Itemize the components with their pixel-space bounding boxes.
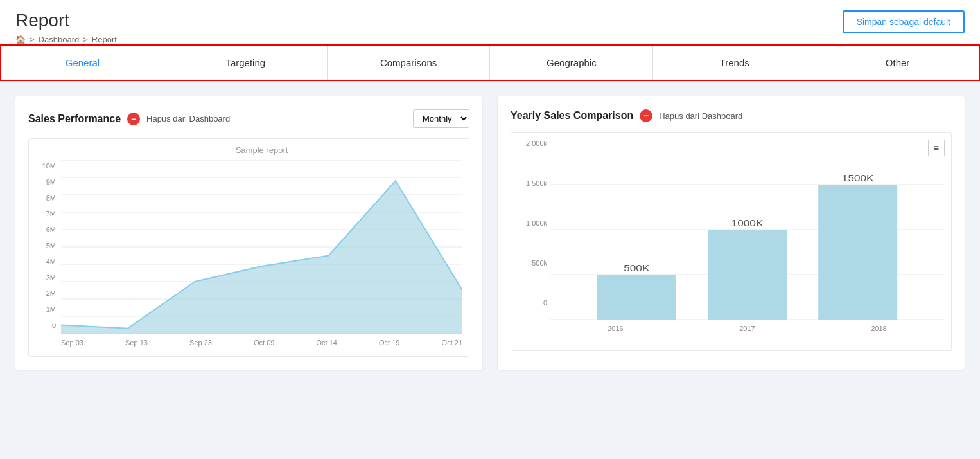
home-icon: 🏠 bbox=[15, 35, 26, 44]
breadcrumb-sep2: > bbox=[83, 35, 88, 44]
svg-text:1500K: 1500K bbox=[842, 174, 874, 183]
y-axis-labels: 10M 9M 8M 7M 6M 5M 4M 3M 2M 1M 0 bbox=[31, 162, 56, 329]
breadcrumb-sep1: > bbox=[30, 35, 35, 44]
yearly-card-header: Yearly Sales Comparison − Hapus dari Das… bbox=[511, 109, 952, 122]
breadcrumb: 🏠 > Dashboard > Report bbox=[15, 35, 117, 44]
bar-x-axis: 2016 2017 2018 bbox=[550, 322, 945, 332]
tab-geographic[interactable]: Geographic bbox=[490, 46, 653, 80]
tab-comparisons[interactable]: Comparisons bbox=[328, 46, 491, 80]
chart-subtitle: Sample report bbox=[61, 145, 462, 155]
yearly-remove-label: Hapus dari Dashboard bbox=[659, 111, 742, 121]
area-chart-svg bbox=[61, 160, 462, 334]
sales-performance-card: Sales Performance − Hapus dari Dashboard… bbox=[15, 96, 482, 370]
monthly-select[interactable]: Monthly Weekly Daily bbox=[413, 109, 469, 128]
main-content: Sales Performance − Hapus dari Dashboard… bbox=[0, 81, 980, 385]
x-axis-labels: Sep 03 Sep 13 Sep 23 Oct 09 Oct 14 Oct 1… bbox=[61, 336, 462, 346]
hamburger-button[interactable]: ≡ bbox=[928, 140, 945, 156]
area-chart-container: Sample report 10M 9M 8M 7M 6M 5M 4M 3M 2… bbox=[28, 138, 469, 357]
svg-marker-11 bbox=[61, 181, 462, 334]
sales-card-header: Sales Performance − Hapus dari Dashboard… bbox=[28, 109, 469, 128]
page-header: Report 🏠 > Dashboard > Report Simpan seb… bbox=[0, 0, 980, 44]
sales-remove-icon[interactable]: − bbox=[127, 113, 140, 125]
svg-text:500K: 500K bbox=[624, 264, 650, 273]
svg-rect-19 bbox=[708, 230, 787, 320]
save-default-button[interactable]: Simpan sebagai default bbox=[843, 10, 965, 33]
tab-targeting[interactable]: Targeting bbox=[164, 46, 328, 80]
tab-general[interactable]: General bbox=[1, 46, 164, 80]
svg-rect-17 bbox=[597, 274, 676, 320]
bar-y-axis: 2 000k 1 500k 1 000k 500k 0 bbox=[514, 140, 547, 307]
yearly-comparison-card: Yearly Sales Comparison − Hapus dari Das… bbox=[498, 96, 965, 370]
sales-title: Sales Performance bbox=[28, 113, 121, 125]
breadcrumb-report: Report bbox=[92, 35, 117, 44]
bar-chart-svg: 500K 1000K 1500K bbox=[550, 140, 945, 320]
svg-text:1000K: 1000K bbox=[731, 219, 764, 228]
yearly-title: Yearly Sales Comparison bbox=[511, 110, 633, 122]
yearly-remove-icon[interactable]: − bbox=[640, 109, 652, 122]
breadcrumb-dashboard: Dashboard bbox=[39, 35, 80, 44]
tab-other[interactable]: Other bbox=[816, 46, 979, 80]
bar-chart-container: ≡ 2 000k 1 500k 1 000k 500k 0 500K bbox=[511, 132, 952, 351]
svg-rect-21 bbox=[818, 184, 897, 320]
sales-remove-label: Hapus dari Dashboard bbox=[146, 114, 230, 123]
tab-trends[interactable]: Trends bbox=[653, 46, 816, 80]
tabs-container: General Targeting Comparisons Geographic… bbox=[0, 44, 980, 81]
page-title: Report bbox=[15, 10, 117, 31]
